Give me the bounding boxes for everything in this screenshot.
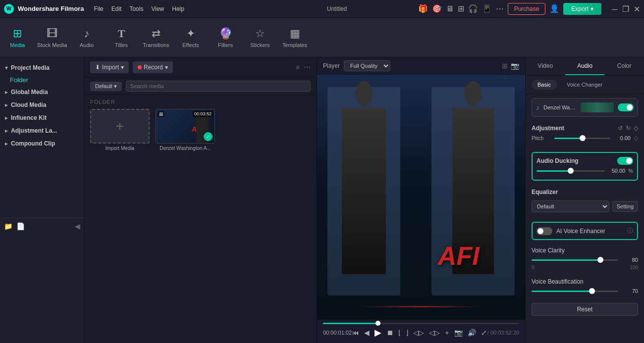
gift-icon[interactable]: 🎁 [418, 4, 428, 13]
search-media-input[interactable] [126, 81, 311, 92]
video-clip-item[interactable]: AFI ⊞ 00:03:52 ✓ Denzel Washington A... [156, 109, 215, 151]
purchase-button[interactable]: Purchase [508, 3, 546, 15]
add-to-timeline-button[interactable]: + [445, 329, 449, 337]
preview-toolbar: Player Full Quality ⊞ 📷 [317, 57, 525, 75]
ai-voice-info-icon[interactable]: ⓘ [627, 227, 633, 235]
prev-frame-button[interactable]: ◀ [364, 329, 370, 337]
ai-voice-toggle[interactable] [537, 227, 552, 235]
snapshot-icon[interactable]: 📷 [511, 62, 519, 70]
cloud-media-header[interactable]: ▸ Cloud Media [0, 98, 84, 111]
reset-adj-icon[interactable]: ◇ [634, 125, 638, 132]
toolbar-media[interactable]: ⊞ Media [0, 20, 35, 55]
menu-help[interactable]: Help [172, 5, 184, 12]
voice-clarity-range-labels: 0 100 [532, 265, 638, 270]
voice-beauty-slider[interactable] [532, 291, 618, 292]
global-media-header[interactable]: ▸ Global Media [0, 86, 84, 98]
music-note-icon: ♪ [536, 103, 539, 111]
preview-view-icons: ⊞ 📷 [502, 62, 519, 70]
more-options-icon[interactable]: ⋯ [304, 63, 311, 71]
pitch-thumb[interactable] [580, 135, 586, 141]
grid-icon[interactable]: ⊞ [458, 4, 464, 13]
close-button[interactable]: ✕ [633, 5, 640, 12]
tab-audio[interactable]: Audio [565, 57, 605, 75]
voice-clarity-thumb[interactable] [597, 257, 603, 263]
next-clip-button[interactable]: ◁▷ [429, 329, 440, 337]
menu-tools[interactable]: Tools [129, 5, 143, 12]
headphone-icon[interactable]: 🎧 [468, 4, 478, 13]
play-button[interactable]: ▶ [375, 327, 381, 338]
undo-icon[interactable]: ↺ [618, 125, 623, 132]
menu-edit[interactable]: Edit [111, 5, 122, 12]
filter-settings-icon[interactable]: ≡ [296, 63, 300, 71]
sub-tab-voice-changer[interactable]: Voice Changer [561, 80, 608, 90]
minimize-button[interactable]: ─ [611, 5, 618, 12]
eq-setting-button[interactable]: Setting [612, 201, 638, 212]
tab-video[interactable]: Video [526, 57, 565, 75]
figure-left-body [342, 108, 385, 275]
quality-select[interactable]: Full Quality [344, 60, 390, 71]
volume-button[interactable]: 🔊 [468, 329, 476, 337]
import-media-thumb[interactable]: + [90, 109, 150, 144]
toolbar-titles[interactable]: T Titles [104, 20, 139, 55]
prev-clip-button[interactable]: ◁▷ [413, 329, 424, 337]
tab-color[interactable]: Color [604, 57, 644, 75]
collapse-icon-adjustment: ▸ [5, 127, 8, 134]
record-button[interactable]: Record ▾ [133, 61, 173, 73]
mark-out-button[interactable]: ⌋ [406, 329, 408, 337]
adjustment-layers-header[interactable]: ▸ Adjustment La... [0, 124, 84, 137]
target-icon[interactable]: 🎯 [432, 4, 442, 13]
monitor-icon[interactable]: 🖥 [446, 4, 454, 13]
toolbar-transitions[interactable]: ⇄ Transitions [139, 20, 173, 55]
voice-beauty-fill [532, 291, 592, 292]
export-button[interactable]: Export▾ [563, 3, 601, 15]
new-file-icon[interactable]: 📄 [16, 222, 25, 230]
pitch-reset-icon[interactable]: ◇ [634, 135, 638, 142]
toolbar-audio[interactable]: ♪ Audio [69, 20, 104, 55]
pitch-slider[interactable] [554, 138, 610, 139]
toolbar-stickers[interactable]: ☆ Stickers [243, 20, 277, 55]
adjustment-title: Adjustment ↺ ↻ ◇ [532, 125, 638, 132]
folder-item[interactable]: Folder [0, 74, 84, 86]
default-filter-button[interactable]: Default ▾ [90, 82, 122, 91]
ducking-slider[interactable] [537, 170, 605, 172]
menu-file[interactable]: File [94, 5, 103, 12]
reset-button[interactable]: Reset [532, 303, 638, 316]
progress-bar[interactable] [323, 323, 519, 324]
new-folder-icon[interactable]: 📁 [4, 222, 12, 230]
figure-left-head [355, 81, 373, 106]
camera-button[interactable]: 📷 [454, 329, 463, 337]
go-start-button[interactable]: ⏮ [352, 329, 359, 337]
toolbar-templates[interactable]: ▦ Templates [277, 20, 312, 55]
voice-beauty-thumb[interactable] [589, 288, 595, 294]
grid-view-icon[interactable]: ⊞ [502, 62, 508, 70]
toolbar-filters[interactable]: 🔮 Filters [208, 20, 243, 55]
redo-icon[interactable]: ↻ [626, 125, 631, 132]
clip-options-icon[interactable]: ⊞ [158, 111, 164, 117]
main-content: ▾ Project Media Folder ▸ Global Media ▸ … [0, 57, 644, 343]
maximize-button[interactable]: ❐ [622, 5, 629, 12]
voice-clarity-slider[interactable] [532, 259, 618, 261]
toolbar-stock-media[interactable]: 🎞 Stock Media [35, 20, 69, 55]
sub-tab-basic[interactable]: Basic [532, 80, 557, 90]
mark-in-button[interactable]: ⌊ [398, 329, 401, 337]
video-clip-thumb[interactable]: AFI ⊞ 00:03:52 ✓ [156, 109, 215, 144]
mobile-icon[interactable]: 📱 [482, 4, 492, 13]
audio-track-toggle[interactable] [618, 103, 634, 111]
menu-view[interactable]: View [151, 5, 164, 12]
collapse-panel-icon[interactable]: ◀ [75, 222, 80, 230]
ducking-thumb[interactable] [568, 168, 574, 174]
user-icon[interactable]: 👤 [549, 4, 559, 13]
stop-button[interactable]: ⏹ [386, 329, 393, 337]
toolbar-effects[interactable]: ✦ Effects [173, 20, 208, 55]
influence-kit-header[interactable]: ▸ Influence Kit [0, 111, 84, 124]
fullscreen-button[interactable]: ⤢ [481, 329, 487, 337]
audio-ducking-section: Audio Ducking 50.00 % [532, 152, 638, 181]
import-media-item[interactable]: + Import Media [90, 109, 150, 151]
dots-icon[interactable]: ⋯ [496, 4, 504, 13]
compound-clip-header[interactable]: ▸ Compound Clip [0, 137, 84, 150]
ducking-toggle[interactable] [617, 157, 633, 165]
project-media-header[interactable]: ▾ Project Media [0, 61, 84, 74]
eq-preset-select[interactable]: Default [532, 200, 609, 212]
import-button[interactable]: ⬇ Import ▾ [90, 61, 129, 73]
stage-line [359, 306, 483, 307]
